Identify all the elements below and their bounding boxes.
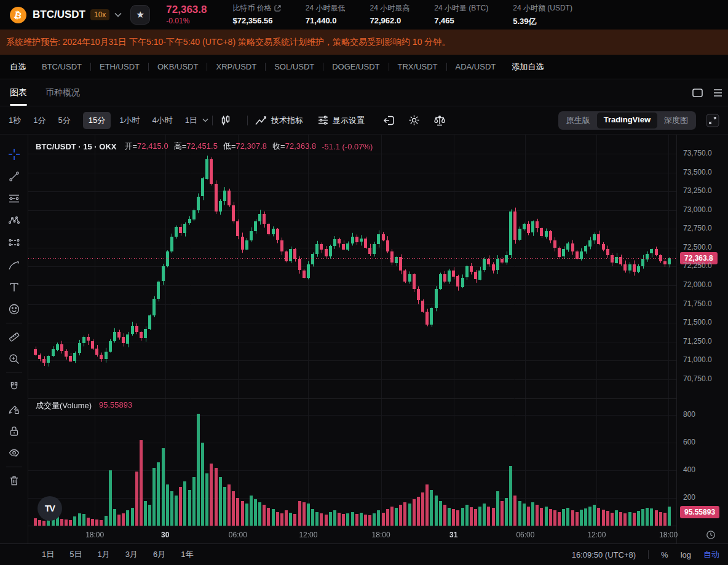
watchlist-pair-okb[interactable]: OKB/USDT xyxy=(157,62,198,71)
watchlist-pair-doge[interactable]: DOGE/USDT xyxy=(332,62,379,71)
divider xyxy=(6,323,22,323)
fib-lines-tool[interactable] xyxy=(0,188,28,210)
time-tick-label: 12:00 xyxy=(587,531,606,539)
watchlist-pair-btc[interactable]: BTC/USDT xyxy=(42,62,82,71)
clock[interactable]: 16:09:50 (UTC+8) xyxy=(572,550,636,559)
legend-value: 72,451.5 xyxy=(186,141,218,151)
tab-coin-overview[interactable]: 币种概况 xyxy=(46,87,80,98)
favorite-star-button[interactable]: ★ xyxy=(130,5,150,25)
timezone-clock-icon[interactable] xyxy=(706,530,716,540)
interval-5分[interactable]: 5分 xyxy=(58,115,70,126)
last-price: 72,363.8 xyxy=(166,4,207,16)
range-1月[interactable]: 1月 xyxy=(97,549,109,560)
range-5日[interactable]: 5日 xyxy=(69,549,82,560)
price-tick-label: 71,750.0 xyxy=(683,299,712,308)
bar-replay-icon[interactable] xyxy=(383,115,395,126)
price-tick-label: 73,000.0 xyxy=(683,205,712,214)
range-buttons: 1日5日1月3月6月1年 xyxy=(42,549,193,560)
fullscreen-expand-icon[interactable] xyxy=(706,114,719,127)
mode-tradingview[interactable]: TradingView xyxy=(597,113,657,128)
watchlist-pair-eth[interactable]: ETH/USDT xyxy=(100,62,140,71)
watchlist-tab-favorites[interactable]: 自选 xyxy=(10,61,26,73)
hide-drawings-tool[interactable] xyxy=(0,442,28,464)
stat-value: 72,962.0 xyxy=(370,16,410,25)
indicators-button[interactable]: 技术指标 xyxy=(255,115,303,126)
maintenance-banner: 系统维护预告: 2024年10月31日 下午5:10-下午5:40 (UTC+8… xyxy=(0,30,728,55)
watchlist-pair-sol[interactable]: SOL/USDT xyxy=(274,62,314,71)
time-axis[interactable]: 18:003006:0012:0018:003106:0012:0018:00 xyxy=(28,526,676,543)
xabcd-pattern-tool[interactable] xyxy=(0,210,28,232)
range-3月[interactable]: 3月 xyxy=(125,549,138,560)
menu-icon[interactable] xyxy=(714,89,722,97)
watchlist-pair-ada[interactable]: ADA/USDT xyxy=(456,62,496,71)
tradingview-logo[interactable]: TV xyxy=(38,496,62,521)
add-favorite-button[interactable]: 添加自选 xyxy=(512,61,544,73)
chevron-down-icon[interactable] xyxy=(114,12,122,17)
price-tick-label: 71,000.0 xyxy=(683,355,712,364)
legend-item: 收=72,363.8 xyxy=(272,141,316,152)
crosshair-tool[interactable] xyxy=(0,143,28,165)
volume-tick-label: 800 xyxy=(683,410,695,419)
divider xyxy=(6,373,22,373)
brush-tool[interactable] xyxy=(0,254,28,276)
text-tool[interactable] xyxy=(0,276,28,298)
emoji-tool[interactable] xyxy=(0,298,28,320)
draw-lock-tool[interactable] xyxy=(0,398,28,420)
price-tick-label: 72,250.0 xyxy=(683,261,712,270)
stat-0: 比特币 价格$72,356.56 xyxy=(233,3,281,27)
price-tick-label: 73,500.0 xyxy=(683,168,712,176)
display-settings-button[interactable]: 显示设置 xyxy=(318,115,365,126)
zoom-in-tool[interactable] xyxy=(0,348,28,370)
mode-原生版[interactable]: 原生版 xyxy=(560,113,597,128)
interval-15分[interactable]: 15分 xyxy=(83,112,111,129)
range-1年[interactable]: 1年 xyxy=(181,549,193,560)
indicators-label: 技术指标 xyxy=(271,115,303,126)
compare-balance-icon[interactable] xyxy=(433,115,446,126)
volume-tick-label: 400 xyxy=(683,465,695,474)
price-tick-label: 72,000.0 xyxy=(683,280,712,289)
volume-legend: 成交量(Volume) 95.55893 xyxy=(36,400,132,411)
volume-tick-label: 200 xyxy=(683,493,695,502)
candlestick-chart[interactable] xyxy=(28,135,676,543)
magnet-tool[interactable] xyxy=(0,376,28,398)
display-settings-label: 显示设置 xyxy=(333,115,365,126)
watchlist-pair-xrp[interactable]: XRP/USDT xyxy=(216,62,256,71)
window-layout-icon[interactable] xyxy=(692,89,703,97)
lock-tool[interactable] xyxy=(0,420,28,442)
projection-tool[interactable] xyxy=(0,232,28,254)
legend-key: 开= xyxy=(124,141,137,151)
watchlist-pairs: BTC/USDTETH/USDTOKB/USDTXRP/USDTSOL/USDT… xyxy=(42,62,496,71)
time-tick-label: 31 xyxy=(449,531,457,539)
external-link-icon[interactable] xyxy=(274,5,281,12)
interval-4小时[interactable]: 4小时 xyxy=(152,115,172,126)
auto-scale-button[interactable]: 自动 xyxy=(703,549,719,560)
percent-scale-button[interactable]: % xyxy=(661,550,668,559)
price-tick-label: 70,750.0 xyxy=(683,374,712,383)
range-1日[interactable]: 1日 xyxy=(42,549,54,560)
divider xyxy=(389,63,389,71)
volume-legend-value: 95.55893 xyxy=(99,400,132,411)
price-axis[interactable]: 72,363.8 95.55893 73,750.073,500.073,250… xyxy=(676,135,728,543)
interval-chevron-down-icon[interactable] xyxy=(202,118,208,122)
range-6月[interactable]: 6月 xyxy=(153,549,165,560)
interval-1小时[interactable]: 1小时 xyxy=(119,115,140,126)
view-tabs: 图表 币种概况 xyxy=(0,79,728,106)
active-tab-underline xyxy=(10,104,27,106)
interval-1日[interactable]: 1日 xyxy=(185,115,197,126)
chart-settings-gear-icon[interactable] xyxy=(408,114,420,126)
interval-1分[interactable]: 1分 xyxy=(33,115,46,126)
chart-area: BTC/USDT · 15 · OKX 开=72,415.0高=72,451.5… xyxy=(0,135,728,543)
trend-line-tool[interactable] xyxy=(0,165,28,188)
interval-group: 1秒1分5分15分1小时4小时1日 xyxy=(9,112,210,129)
interval-1秒[interactable]: 1秒 xyxy=(9,115,21,126)
mode-深度图[interactable]: 深度图 xyxy=(657,113,695,128)
chart-toolbar: 1秒1分5分15分1小时4小时1日 技术指标 显示设置 xyxy=(0,106,728,135)
divider xyxy=(648,550,649,559)
candlestick-style-icon[interactable] xyxy=(220,115,231,126)
tab-chart[interactable]: 图表 xyxy=(10,79,27,106)
header: ₿ BTC/USDT 10x ★ 72,363.8 -0.01% 比特币 价格$… xyxy=(0,0,728,30)
delete-tool[interactable] xyxy=(0,470,28,492)
watchlist-pair-trx[interactable]: TRX/USDT xyxy=(398,62,438,71)
log-scale-button[interactable]: log xyxy=(681,550,691,559)
ruler-tool[interactable] xyxy=(0,326,28,348)
